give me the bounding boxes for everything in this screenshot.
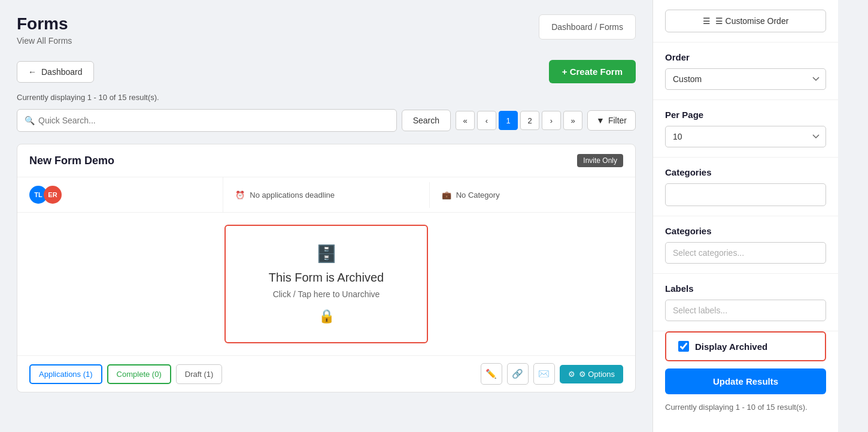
filter-icon: ▼ xyxy=(596,116,605,125)
labels-label: Labels xyxy=(665,283,826,294)
page-title-block: Forms View All Forms xyxy=(17,14,72,46)
share-button[interactable]: 🔗 xyxy=(507,363,529,385)
options-button[interactable]: ⚙ ⚙ Options xyxy=(560,365,623,383)
actions-row: ← Dashboard + Create Form xyxy=(17,60,636,83)
list-icon: ☰ xyxy=(703,16,711,26)
email-icon: ✉️ xyxy=(538,368,550,379)
breadcrumb-current: Forms xyxy=(599,22,623,32)
result-count: Currently displaying 1 - 10 of 15 result… xyxy=(17,93,636,102)
archived-box[interactable]: 🗄️ This Form is Archived Click / Tap her… xyxy=(224,225,428,343)
gear-icon: ⚙ xyxy=(568,370,575,379)
page-subtitle: View All Forms xyxy=(17,36,72,46)
archive-icon: 🗄️ xyxy=(256,244,397,264)
complete-tab[interactable]: Complete (0) xyxy=(107,364,171,384)
pagination: « ‹ 1 2 › » xyxy=(456,111,582,130)
display-archived-label[interactable]: Display Archived xyxy=(695,342,767,352)
meta-deadline: ⏰ No applications deadline xyxy=(223,182,429,208)
pagination-prev[interactable]: ‹ xyxy=(477,111,496,130)
pagination-first[interactable]: « xyxy=(456,111,475,130)
search-bar: 🔍 Search « ‹ 1 2 › » ▼ Filter xyxy=(17,109,636,132)
breadcrumb-dashboard-link[interactable]: Dashboard xyxy=(551,22,593,32)
pagination-next[interactable]: › xyxy=(542,111,561,130)
arrow-left-icon: ← xyxy=(28,67,37,77)
action-tabs: Applications (1) Complete (0) Draft (1) xyxy=(29,364,222,384)
form-actions: Applications (1) Complete (0) Draft (1) … xyxy=(17,356,635,392)
lock-icon: 🔒 xyxy=(256,309,397,324)
search-icon: 🔍 xyxy=(25,116,35,125)
categories-input[interactable] xyxy=(665,242,826,264)
customise-order-button[interactable]: ☰ ☰ Customise Order xyxy=(665,10,826,32)
pagination-last[interactable]: » xyxy=(563,111,582,130)
pagination-page1[interactable]: 1 xyxy=(499,111,518,130)
archived-title: This Form is Archived xyxy=(256,271,397,285)
per-page-select[interactable]: 10 25 50 100 xyxy=(665,126,826,147)
form-card-header: New Form Demo Invite Only xyxy=(17,144,635,177)
categories-label: Categories xyxy=(665,226,826,236)
sidebar-categories-top-section: Categories xyxy=(653,158,838,216)
email-button[interactable]: ✉️ xyxy=(533,363,555,385)
categories-top-label: Categories xyxy=(665,167,826,177)
avatar-er: ER xyxy=(44,186,62,204)
search-input[interactable] xyxy=(38,110,389,131)
pagination-page2[interactable]: 2 xyxy=(520,111,539,130)
sidebar-result-count: Currently displaying 1 - 10 of 15 result… xyxy=(653,403,838,421)
order-label: Order xyxy=(665,52,826,62)
archived-section: 🗄️ This Form is Archived Click / Tap her… xyxy=(17,213,635,356)
invite-only-badge: Invite Only xyxy=(577,154,623,167)
share-icon: 🔗 xyxy=(512,368,523,379)
filter-button[interactable]: ▼ Filter xyxy=(587,110,636,131)
display-archived-checkbox[interactable] xyxy=(678,341,689,352)
sidebar-order-section: Order Custom Newest Oldest Alphabetical xyxy=(653,43,838,100)
sidebar: ☰ ☰ Customise Order Order Custom Newest … xyxy=(652,0,838,432)
briefcase-icon: 💼 xyxy=(442,191,451,200)
order-select[interactable]: Custom Newest Oldest Alphabetical xyxy=(665,68,826,90)
sidebar-labels-section: Labels xyxy=(653,274,838,331)
sidebar-perpage-section: Per Page 10 25 50 100 xyxy=(653,100,838,158)
applications-tab[interactable]: Applications (1) xyxy=(29,364,102,384)
breadcrumb-separator: / xyxy=(595,22,597,32)
create-form-button[interactable]: + Create Form xyxy=(549,60,636,83)
archived-subtitle: Click / Tap here to Unarchive xyxy=(256,289,397,299)
meta-category: 💼 No Category xyxy=(430,182,635,208)
page-title: Forms xyxy=(17,14,72,34)
draft-tab[interactable]: Draft (1) xyxy=(176,364,223,384)
clock-icon: ⏰ xyxy=(235,191,245,200)
breadcrumb: Dashboard / Forms xyxy=(539,14,636,40)
search-button[interactable]: Search xyxy=(402,110,451,131)
edit-icon: ✏️ xyxy=(485,368,497,379)
edit-button[interactable]: ✏️ xyxy=(481,363,502,385)
search-input-wrapper: 🔍 xyxy=(17,109,397,132)
display-archived-row: Display Archived xyxy=(665,331,826,361)
dashboard-button[interactable]: ← Dashboard xyxy=(17,61,94,83)
labels-input[interactable] xyxy=(665,300,826,321)
update-results-button[interactable]: Update Results xyxy=(665,368,826,394)
sidebar-customise-section: ☰ ☰ Customise Order xyxy=(653,0,838,43)
action-icons: ✏️ 🔗 ✉️ ⚙ ⚙ Options xyxy=(481,363,623,385)
categories-box xyxy=(665,183,826,206)
sidebar-categories-section: Categories xyxy=(653,216,838,274)
form-name: New Form Demo xyxy=(29,155,114,167)
per-page-label: Per Page xyxy=(665,110,826,120)
form-card: New Form Demo Invite Only TL ER ⏰ No app… xyxy=(17,144,636,392)
form-meta-row: TL ER ⏰ No applications deadline 💼 No Ca… xyxy=(17,177,635,213)
avatars-group: TL ER xyxy=(29,186,62,204)
meta-avatars: TL ER xyxy=(17,177,223,212)
page-header: Forms View All Forms Dashboard / Forms xyxy=(17,14,636,46)
